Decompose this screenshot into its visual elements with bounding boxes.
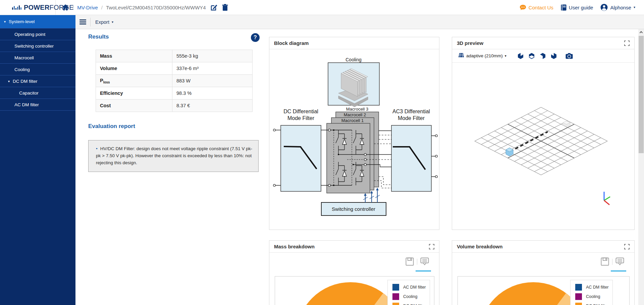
- chart-legend: AC DM filterCoolingDC DM filter: [387, 280, 430, 305]
- export-button[interactable]: Export ▾: [95, 19, 113, 25]
- table-row: Efficiency98.3 %: [96, 87, 253, 100]
- evaluation-report-box: •HV/DC DM Filter: design does not meet v…: [88, 140, 259, 172]
- preview-3d-canvas[interactable]: [452, 63, 634, 230]
- legend-item: DC DM filter: [575, 303, 610, 305]
- legend-label: Cooling: [403, 294, 417, 299]
- breadcrumb-separator: /: [101, 5, 103, 10]
- contact-us-link[interactable]: Contact Us: [520, 4, 553, 11]
- annotation-tooltip-icon[interactable]: [420, 257, 429, 266]
- book-icon: [561, 4, 567, 11]
- fullscreen-icon[interactable]: [624, 41, 630, 46]
- block-diagram-title: Block diagram: [274, 40, 309, 46]
- tree-caret-down-icon[interactable]: ▾: [8, 79, 10, 83]
- main-content: Results ? Mass555e-3 kgVolume337e-6 m³Pl…: [75, 29, 638, 305]
- bullet-icon: •: [96, 146, 98, 151]
- page-scrollbar[interactable]: [638, 29, 644, 305]
- preview-3d-toolbar: adaptive (210mm) ▾: [452, 49, 634, 63]
- sidebar-item-macrocell[interactable]: Macrocell: [0, 52, 75, 64]
- result-label: Cost: [96, 100, 172, 112]
- legend-item: AC DM filter: [392, 284, 428, 291]
- mass-breakdown-title: Mass breakdown: [274, 244, 315, 249]
- speech-bubble-icon: [520, 4, 526, 11]
- result-value: 8.37 €: [172, 100, 253, 112]
- cooling-label: Cooling: [345, 57, 361, 62]
- chevron-down-icon: ▾: [634, 6, 635, 9]
- delete-design-icon[interactable]: [222, 4, 228, 11]
- macrocell2-label: Macrocell 2: [344, 112, 366, 117]
- ac-dm-filter-block[interactable]: [391, 125, 431, 191]
- axis-triad-icon: [604, 192, 610, 205]
- legend-label: AC DM filter: [403, 285, 426, 290]
- dc-dm-filter-block[interactable]: [281, 125, 321, 191]
- block-diagram-canvas: Cooling Macrocell 3 Macrocell 2: [269, 49, 439, 230]
- chart-legend: AC DM filterCoolingDC DM filter: [570, 280, 613, 305]
- results-table: Mass555e-3 kgVolume337e-6 m³Ploss883 WEf…: [96, 50, 253, 112]
- sidebar-item-operating-point[interactable]: Operating point: [0, 28, 75, 40]
- sidebar-item-label: Macrocell: [14, 55, 34, 60]
- mass-breakdown-panel: Mass breakdown AC DM filterCoolingDC DM …: [269, 240, 439, 305]
- screenshot-camera-icon[interactable]: [566, 53, 573, 59]
- legend-item: Cooling: [575, 293, 610, 300]
- legend-swatch: [575, 303, 582, 305]
- menu-hamburger-icon[interactable]: [79, 19, 86, 24]
- waveform-logo-icon: [12, 5, 21, 10]
- sidebar-item-label: System-level: [9, 19, 35, 24]
- macrocell1-label: Macrocell 1: [341, 118, 364, 123]
- block-diagram-panel: Block diagram Cooling Macrocell 3: [269, 37, 439, 230]
- sidebar-item-label: Switching controller: [14, 44, 54, 49]
- evaluation-report-title: Evaluation report: [88, 123, 135, 130]
- results-table-body: Mass555e-3 kgVolume337e-6 m³Ploss883 WEf…: [96, 50, 253, 112]
- annotation-tooltip-icon[interactable]: [615, 257, 624, 266]
- switching-controller-label: Switching controller: [332, 206, 375, 212]
- sidebar-item-capacitor[interactable]: Capacitor: [0, 87, 75, 99]
- scrollbar-thumb[interactable]: [639, 36, 644, 153]
- sidebar-nav: ▾System-levelOperating pointSwitching co…: [0, 15, 75, 305]
- view-cube-top-icon[interactable]: [528, 53, 535, 59]
- table-row: Ploss883 W: [96, 75, 253, 87]
- legend-label: Cooling: [586, 294, 600, 299]
- user-menu[interactable]: Alphonse ▾: [600, 4, 635, 11]
- legend-item: AC DM filter: [575, 284, 610, 291]
- grid-mode-select[interactable]: adaptive (210mm) ▾: [466, 53, 506, 58]
- ac-filter-label-1: AC3 Differential: [392, 109, 430, 114]
- save-chart-icon[interactable]: [406, 257, 414, 266]
- sidebar-item-cooling[interactable]: Cooling: [0, 64, 75, 75]
- legend-label: AC DM filter: [586, 285, 608, 290]
- sidebar-item-label: Operating point: [14, 32, 45, 37]
- help-icon[interactable]: ?: [251, 33, 260, 42]
- breadcrumb-project-link[interactable]: MV-Drive: [77, 5, 98, 10]
- rename-design-icon[interactable]: [211, 4, 217, 11]
- result-value: 337e-6 m³: [172, 62, 253, 75]
- preview-3d-title: 3D preview: [457, 40, 483, 46]
- table-row: Volume337e-6 m³: [96, 62, 253, 75]
- legend-item: Cooling: [392, 293, 428, 300]
- mass-pie-chart: AC DM filterCoolingDC DM filter: [275, 276, 434, 305]
- sidebar-item-system-level[interactable]: ▾System-level: [0, 15, 75, 28]
- sidebar-item-switching-controller[interactable]: Switching controller: [0, 40, 75, 52]
- volume-breakdown-panel: Volume breakdown AC DM filterCoolingDC D…: [452, 240, 635, 305]
- result-value: 98.3 %: [172, 87, 253, 100]
- macrocell-stack[interactable]: Macrocell 2 Macrocell 1: [327, 112, 379, 193]
- view-cube-side-icon[interactable]: [550, 53, 557, 59]
- legend-swatch: [392, 293, 399, 300]
- volume-pie-chart: AC DM filterCoolingDC DM filter: [458, 276, 630, 305]
- result-label: Efficiency: [96, 87, 172, 100]
- fullscreen-icon[interactable]: [624, 244, 630, 249]
- tree-caret-down-icon[interactable]: ▾: [4, 20, 6, 23]
- sidebar-item-ac-dm-filter[interactable]: AC DM filter: [0, 99, 75, 111]
- evaluation-message: HV/DC DM Filter: design does not meet vo…: [96, 146, 252, 165]
- user-guide-link[interactable]: User guide: [561, 4, 593, 11]
- app-logo[interactable]: POWERFORGE: [0, 0, 56, 15]
- save-chart-icon[interactable]: [601, 257, 609, 266]
- sidebar-item-dc-dm-filter[interactable]: ▾DC DM filter: [0, 75, 75, 87]
- preview-3d-panel: 3D preview adaptive (210mm) ▾: [452, 37, 635, 230]
- view-cube-iso-icon[interactable]: [517, 53, 524, 59]
- view-cube-front-icon[interactable]: [539, 53, 546, 59]
- dc-filter-label-1: DC Differential: [283, 109, 318, 114]
- toolbar-divider: [90, 18, 91, 26]
- legend-swatch: [392, 303, 399, 305]
- fullscreen-icon[interactable]: [429, 244, 434, 249]
- breadcrumb-separator: /: [72, 5, 74, 10]
- home-icon[interactable]: [62, 4, 69, 11]
- scroll-up-arrow[interactable]: [638, 29, 644, 35]
